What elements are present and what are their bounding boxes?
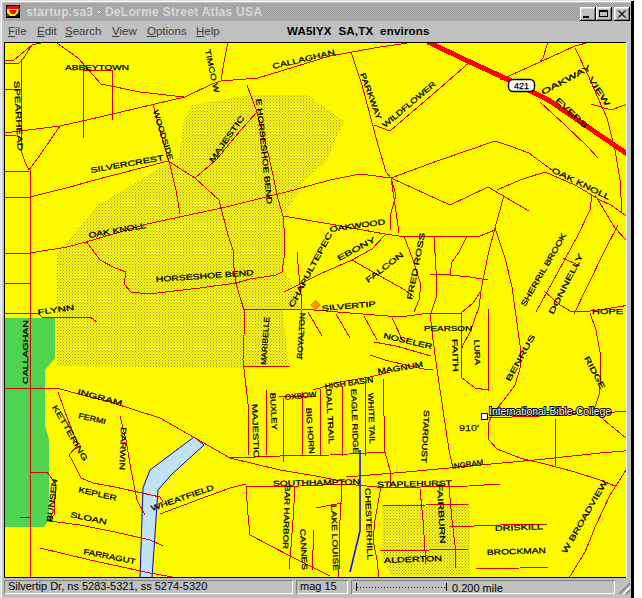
svg-text:DRISKILL: DRISKILL — [495, 522, 543, 533]
svg-text:0.200 mile: 0.200 mile — [452, 582, 503, 594]
svg-text:LURA: LURA — [472, 340, 482, 366]
svg-text:PEARSON: PEARSON — [424, 324, 472, 333]
svg-text:DARWIN: DARWIN — [118, 427, 128, 470]
svg-text:ABBEYTOWN: ABBEYTOWN — [65, 63, 129, 72]
svg-text:HOPE: HOPE — [592, 307, 623, 316]
svg-text:421: 421 — [514, 81, 529, 91]
svg-text:International-Bible-College: International-Bible-College — [489, 406, 611, 417]
svg-text:WHITE TAIL: WHITE TAIL — [366, 393, 377, 444]
svg-text:MAJESTIC: MAJESTIC — [250, 404, 261, 459]
svg-text:CALLAGHAN: CALLAGHAN — [21, 320, 30, 384]
svg-text:910': 910' — [459, 422, 479, 433]
svg-text:FAITH: FAITH — [450, 339, 460, 372]
